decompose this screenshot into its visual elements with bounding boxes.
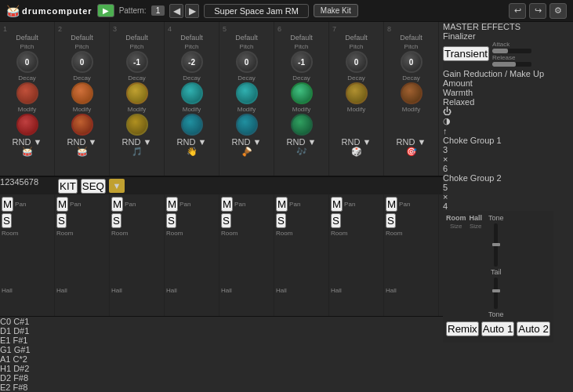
mute-button-3[interactable]: M	[111, 197, 123, 212]
pitch-knob-1[interactable]: 0	[16, 51, 38, 73]
modify-knob-6[interactable]	[291, 114, 313, 136]
solo-button-4[interactable]: S	[166, 213, 176, 228]
drum-inst-1[interactable]: 🥁	[22, 147, 33, 157]
drum-inst-8[interactable]: 🎯	[406, 147, 417, 157]
mute-button-8[interactable]: M	[386, 197, 397, 212]
drum-inst-2[interactable]: 🥁	[77, 147, 88, 157]
mode-icon-1[interactable]: ◑	[443, 116, 553, 126]
redo-button[interactable]: ↪	[529, 3, 546, 19]
decay-row-3: Decay	[113, 74, 161, 104]
channel-preset-6: Default	[290, 34, 313, 42]
decay-knob-8[interactable]	[401, 82, 422, 104]
pitch-knob-6[interactable]: -1	[291, 51, 313, 73]
rnd-row-3: RND ▼	[122, 137, 152, 147]
decay-knob-3[interactable]	[126, 82, 148, 104]
note-key-6[interactable]: H1 D#2	[0, 364, 443, 373]
tone-fader[interactable]	[494, 223, 498, 267]
pitch-knob-4[interactable]: -2	[181, 51, 203, 73]
note-key-4[interactable]: G1 G#1	[0, 345, 443, 354]
solo-button-5[interactable]: S	[221, 213, 231, 228]
modify-knob-3[interactable]	[126, 114, 148, 136]
channel-strip-7: 7 Default Pitch 0 Decay Modify RND ▼	[329, 22, 384, 176]
make-kit-button[interactable]: Make Kit	[314, 4, 358, 17]
solo-button-8[interactable]: S	[386, 213, 396, 228]
modify-row-3: Modify	[113, 106, 161, 136]
solo-button-2[interactable]: S	[56, 213, 67, 228]
undo-button[interactable]: ↩	[509, 3, 526, 19]
mute-button-6[interactable]: M	[276, 197, 288, 212]
tail-fader[interactable]	[494, 278, 498, 309]
play-button[interactable]: ▶	[97, 4, 114, 17]
drum-inst-4[interactable]: 👋	[187, 147, 198, 157]
note-key-7[interactable]: D2 F#8	[0, 373, 443, 383]
modify-knob-7[interactable]	[346, 114, 368, 136]
pitch-knob-8[interactable]: 0	[401, 51, 422, 73]
seq-download-button[interactable]: ▼	[109, 179, 125, 193]
mixer-strips-row: M Pan S Room Hall	[0, 194, 443, 317]
pitch-knob-5[interactable]: 0	[236, 51, 258, 73]
choke-g2-val2[interactable]: 4	[443, 201, 553, 211]
mixer-strip-4: M Pan S Room Hall	[165, 194, 219, 316]
solo-button-3[interactable]: S	[111, 213, 121, 228]
decay-knob-5[interactable]	[236, 82, 258, 104]
rnd-label-1: RND	[13, 137, 31, 147]
drum-inst-3[interactable]: 🎵	[132, 147, 143, 157]
attack-bar[interactable]	[492, 49, 531, 53]
drum-inst-7[interactable]: 🎲	[351, 147, 362, 157]
nav-left-button[interactable]: ◀	[169, 4, 183, 18]
decay-row-4: Decay	[168, 74, 216, 104]
mute-button-1[interactable]: M	[2, 197, 13, 212]
solo-button-7[interactable]: S	[331, 213, 341, 228]
seq-button[interactable]: SEQ	[81, 179, 106, 194]
note-key-5[interactable]: A1 C*2	[0, 354, 443, 364]
note-key-8[interactable]: E2 F#8	[0, 383, 443, 392]
channel-num-5: 5	[223, 25, 227, 33]
solo-button-1[interactable]: S	[2, 213, 12, 228]
mute-button-5[interactable]: M	[221, 197, 233, 212]
power-button[interactable]: ⏻	[443, 107, 553, 116]
mute-button-2[interactable]: M	[56, 197, 68, 212]
channel-preset-2: Default	[71, 34, 93, 42]
modify-row-7: Modify	[332, 106, 380, 136]
decay-knob-4[interactable]	[181, 82, 203, 104]
modify-knob-1[interactable]	[16, 114, 38, 136]
drum-inst-5[interactable]: 🪘	[241, 147, 252, 157]
choke-g1-val2[interactable]: 6	[443, 164, 553, 173]
mode-icon-2[interactable]: ↑	[443, 126, 553, 136]
nav-right-button[interactable]: ▶	[185, 4, 199, 18]
note-key-2[interactable]: D1 D#1	[0, 326, 443, 336]
faders-1	[2, 238, 53, 285]
channel-preset-4: Default	[180, 34, 203, 42]
modify-knob-2[interactable]	[71, 114, 93, 136]
drum-inst-6[interactable]: 🎶	[296, 147, 307, 157]
note-key-1[interactable]: C0 C#1	[0, 317, 443, 326]
release-bar[interactable]	[492, 62, 531, 67]
pitch-knob-7[interactable]: 0	[346, 51, 368, 73]
mute-button-7[interactable]: M	[331, 197, 343, 212]
modify-knob-8[interactable]	[401, 114, 422, 136]
pitch-knob-2[interactable]: 0	[71, 51, 93, 73]
note-key-3[interactable]: E1 F#1	[0, 336, 443, 345]
settings-button[interactable]: ⚙	[549, 3, 567, 19]
channel-num-4: 4	[168, 25, 172, 33]
mode-icons: ◑ ↑	[443, 116, 553, 136]
choke-g1-val1[interactable]: 3	[443, 145, 553, 154]
modify-label-1: Modify	[18, 106, 37, 113]
kit-button[interactable]: KIT	[58, 179, 78, 194]
transient-button[interactable]: Transient	[443, 46, 489, 61]
mute-button-4[interactable]: M	[166, 197, 178, 212]
modify-knob-5[interactable]	[236, 114, 258, 136]
modify-knob-4[interactable]	[181, 114, 203, 136]
decay-knob-2[interactable]	[71, 82, 93, 104]
preset-name[interactable]: Super Space Jam RM	[204, 4, 309, 18]
hall-label-1: Hall	[2, 287, 53, 294]
decay-knob-7[interactable]	[346, 82, 368, 104]
decay-knob-1[interactable]	[16, 82, 38, 104]
remix-button[interactable]: Remix	[446, 321, 479, 336]
auto2-button[interactable]: Auto 2	[517, 321, 550, 336]
decay-knob-6[interactable]	[291, 82, 313, 104]
pitch-knob-3[interactable]: -1	[126, 51, 148, 73]
choke-g2-val1[interactable]: 5	[443, 183, 553, 192]
solo-button-6[interactable]: S	[276, 213, 286, 228]
auto1-button[interactable]: Auto 1	[481, 321, 515, 336]
